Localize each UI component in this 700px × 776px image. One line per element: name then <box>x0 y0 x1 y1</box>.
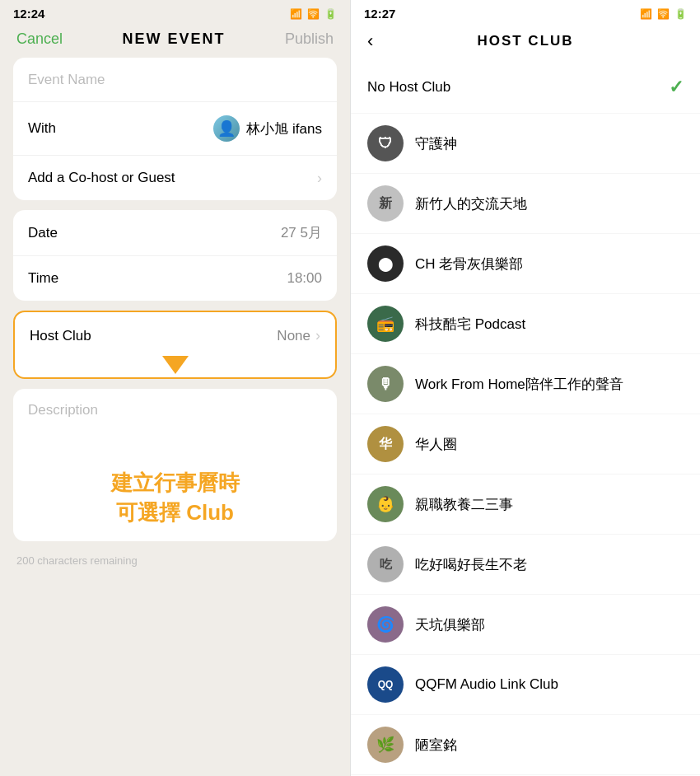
arrow-down-icon <box>162 356 189 374</box>
club-icon: QQ <box>367 666 404 703</box>
avatar: 👤 <box>213 115 240 142</box>
club-icon: 🎙 <box>367 366 404 402</box>
club-icon: ⬤ <box>367 245 404 282</box>
event-name-row[interactable]: Event Name <box>13 58 337 102</box>
back-button[interactable]: ‹ <box>367 30 373 52</box>
host-club-value: None <box>277 328 310 344</box>
club-name: 親職教養二三事 <box>415 495 684 514</box>
time-right: 12:27 <box>364 7 395 21</box>
with-row[interactable]: With 👤 林小旭 ifans <box>13 102 337 156</box>
club-name: 守護神 <box>415 134 684 153</box>
wifi-icon: 🛜 <box>307 8 320 20</box>
club-item[interactable]: 👶親職教養二三事 <box>351 474 700 535</box>
club-icon: 📻 <box>367 306 404 342</box>
status-icons-right: 📶 🛜 🔋 <box>640 8 687 20</box>
nav-bar-left: Cancel NEW EVENT Publish <box>0 24 350 58</box>
status-bar-right: 12:27 📶 🛜 🔋 <box>351 0 700 24</box>
no-host-club-item[interactable]: No Host Club ✓ <box>351 62 700 114</box>
cohost-label: Add a Co-host or Guest <box>28 170 317 186</box>
club-name: 科技酷宅 Podcast <box>415 315 684 334</box>
cohost-row[interactable]: Add a Co-host or Guest › <box>13 156 337 200</box>
club-item[interactable]: 华华人圈 <box>351 414 700 474</box>
club-item[interactable]: 吃吃好喝好長生不老 <box>351 535 700 595</box>
club-item[interactable]: 新新竹人的交流天地 <box>351 174 700 234</box>
host-club-section[interactable]: Host Club None › <box>13 311 337 379</box>
club-item[interactable]: 📻科技酷宅 Podcast <box>351 294 700 354</box>
club-icon: 🛡 <box>367 125 404 161</box>
nav-bar-right: ‹ HOST CLUB <box>351 24 700 62</box>
description-section[interactable]: Description 建立行事曆時 可選擇 Club <box>13 389 337 541</box>
time-value: 18:00 <box>287 270 322 287</box>
battery-icon-right: 🔋 <box>674 8 687 20</box>
right-panel: 12:27 📶 🛜 🔋 ‹ HOST CLUB No Host Club ✓ 🛡… <box>350 0 700 776</box>
date-value: 27 5月 <box>281 223 322 242</box>
chevron-right-icon: › <box>317 170 322 187</box>
with-label: With <box>28 120 207 137</box>
status-bar-left: 12:24 📶 🛜 🔋 <box>0 0 350 24</box>
date-section: Date 27 5月 Time 18:00 <box>13 210 337 301</box>
club-list: No Host Club ✓ 🛡守護神新新竹人的交流天地⬤CH 老骨灰俱樂部📻科… <box>351 62 700 776</box>
club-name: 吃好喝好長生不老 <box>415 555 684 574</box>
battery-icon: 🔋 <box>324 8 337 20</box>
page-title-right: HOST CLUB <box>477 33 573 49</box>
date-label: Date <box>28 225 281 241</box>
club-name: Work From Home陪伴工作的聲音 <box>415 375 684 394</box>
time-label: Time <box>28 270 287 287</box>
wifi-icon-right: 🛜 <box>657 8 670 20</box>
club-icon: 👶 <box>367 486 404 522</box>
club-name: 天坑俱樂部 <box>415 615 684 634</box>
club-item[interactable]: 🎙Work From Home陪伴工作的聲音 <box>351 354 700 414</box>
with-name: 林小旭 ifans <box>246 119 322 138</box>
description-placeholder: Description <box>28 402 322 418</box>
host-club-row[interactable]: Host Club None › <box>15 312 335 359</box>
club-icon: 🌿 <box>367 727 404 763</box>
signal-icon-right: 📶 <box>640 8 652 20</box>
club-name: CH 老骨灰俱樂部 <box>415 255 684 273</box>
club-name: 华人圈 <box>415 435 684 454</box>
annotation-text: 建立行事曆時 可選擇 Club <box>28 468 322 528</box>
club-item[interactable]: QQQQFM Audio Link Club <box>351 655 700 715</box>
club-item[interactable]: 🌀天坑俱樂部 <box>351 595 700 655</box>
club-name: 新竹人的交流天地 <box>415 194 684 213</box>
time-left: 12:24 <box>13 7 44 21</box>
club-items-list: 🛡守護神新新竹人的交流天地⬤CH 老骨灰俱樂部📻科技酷宅 Podcast🎙Wor… <box>351 114 700 776</box>
status-icons-left: 📶 🛜 🔋 <box>290 8 337 20</box>
club-item[interactable]: ⬤CH 老骨灰俱樂部 <box>351 234 700 294</box>
club-icon: 华 <box>367 426 404 462</box>
no-host-club-label: No Host Club <box>367 79 669 96</box>
host-club-label: Host Club <box>30 328 277 344</box>
club-item[interactable]: 🌿陋室銘 <box>351 715 700 775</box>
signal-icon: 📶 <box>290 8 302 20</box>
time-row[interactable]: Time 18:00 <box>13 256 337 301</box>
cancel-button[interactable]: Cancel <box>16 30 63 48</box>
page-title-left: NEW EVENT <box>122 30 225 48</box>
event-name-placeholder: Event Name <box>28 72 105 88</box>
club-item[interactable]: 🛡守護神 <box>351 114 700 174</box>
date-row[interactable]: Date 27 5月 <box>13 210 337 256</box>
publish-button[interactable]: Publish <box>285 30 334 48</box>
club-icon: 吃 <box>367 546 404 582</box>
club-icon: 新 <box>367 185 404 222</box>
left-panel: 12:24 📶 🛜 🔋 Cancel NEW EVENT Publish Eve… <box>0 0 350 776</box>
club-name: 陋室銘 <box>415 736 684 755</box>
char-count: 200 characters remaining <box>0 551 350 573</box>
club-icon: 🌀 <box>367 606 404 643</box>
club-name: QQFM Audio Link Club <box>415 676 684 693</box>
checkmark-icon: ✓ <box>669 77 684 98</box>
host-club-chevron-icon: › <box>315 327 320 344</box>
event-form-section: Event Name With 👤 林小旭 ifans Add a Co-hos… <box>13 58 337 200</box>
